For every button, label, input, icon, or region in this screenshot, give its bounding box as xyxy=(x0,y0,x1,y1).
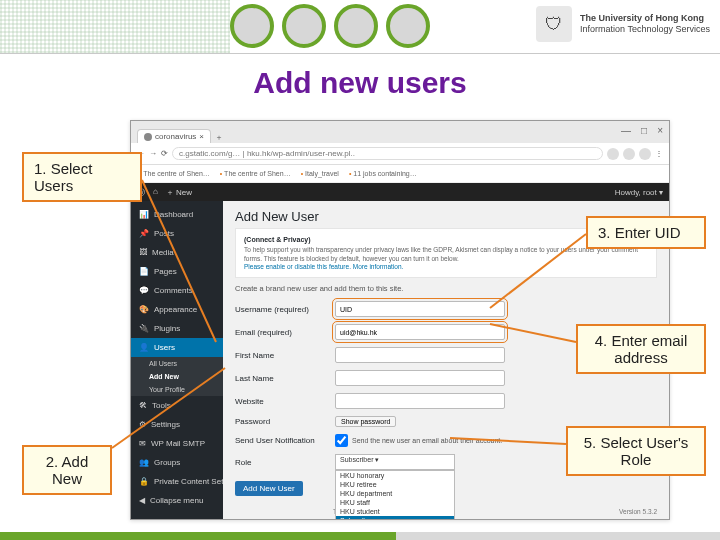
add-new-user-button[interactable]: Add New User xyxy=(235,481,303,496)
wp-version: Version 5.3.2 xyxy=(619,508,657,515)
bookmark-item[interactable]: The centre of Shen… xyxy=(220,170,291,177)
notify-text: Send the new user an email about their a… xyxy=(352,437,502,444)
sidebar-item-appearance[interactable]: 🎨Appearance xyxy=(131,300,223,319)
lock-icon: 🔒 xyxy=(139,477,149,486)
pin-icon: 📌 xyxy=(139,229,149,238)
wp-sidebar: 📊Dashboard 📌Posts 🖼Media 📄Pages 💬Comment… xyxy=(131,201,223,519)
notify-label: Send User Notification xyxy=(235,436,335,445)
website-input[interactable] xyxy=(335,393,505,409)
site-home-link[interactable]: ⌂ xyxy=(153,187,158,198)
role-select-wrap: Subscriber ▾ HKU honorary HKU retiree HK… xyxy=(335,454,455,470)
callout-enter-email: 4. Enter email address xyxy=(576,324,706,374)
sidebar-item-pages[interactable]: 📄Pages xyxy=(131,262,223,281)
callout-select-role: 5. Select User's Role xyxy=(566,426,706,476)
brand-block: 🛡 The University of Hong Kong Informatio… xyxy=(536,6,710,42)
sidebar-item-comments[interactable]: 💬Comments xyxy=(131,281,223,300)
brand-line2: Information Technology Services xyxy=(580,24,710,35)
role-option[interactable]: HKU honorary xyxy=(336,471,454,480)
username-input[interactable] xyxy=(335,301,505,317)
wp-admin-bar: ⓦ ⌂ ＋ New Howdy, root ▾ xyxy=(131,183,669,201)
banner-photo-dots xyxy=(230,4,430,48)
new-tab-button[interactable]: ＋ xyxy=(215,132,223,143)
reload-icon[interactable]: ⟳ xyxy=(161,149,168,158)
callout-select-users: 1. Select Users xyxy=(22,152,142,202)
groups-icon: 👥 xyxy=(139,458,149,467)
page-icon: 📄 xyxy=(139,267,149,276)
lastname-label: Last Name xyxy=(235,374,335,383)
plugin-icon: 🔌 xyxy=(139,324,149,333)
password-label: Password xyxy=(235,417,335,426)
minimize-button[interactable]: — xyxy=(621,125,631,136)
lastname-input[interactable] xyxy=(335,370,505,386)
close-button[interactable]: × xyxy=(657,125,663,136)
sidebar-item-settings[interactable]: ⚙Settings xyxy=(131,415,223,434)
ext-icon[interactable] xyxy=(623,148,635,160)
profile-avatar-icon[interactable] xyxy=(639,148,651,160)
bookmark-item[interactable]: 11 jobs containing… xyxy=(349,170,417,177)
firstname-input[interactable] xyxy=(335,347,505,363)
privacy-link[interactable]: Please enable or disable this feature. M… xyxy=(244,263,648,271)
role-option[interactable]: HKU department xyxy=(336,489,454,498)
sub-all-users[interactable]: All Users xyxy=(131,357,223,370)
bookmarks-bar: The centre of Shen… The centre of Shen… … xyxy=(131,165,669,183)
new-content-link[interactable]: ＋ New xyxy=(166,187,192,198)
user-icon: 👤 xyxy=(139,343,149,352)
sidebar-item-users[interactable]: 👤Users xyxy=(131,338,223,357)
dashboard-icon: 📊 xyxy=(139,210,149,219)
role-option[interactable]: HKU retiree xyxy=(336,480,454,489)
sidebar-collapse[interactable]: ◀Collapse menu xyxy=(131,491,223,510)
media-icon: 🖼 xyxy=(139,248,147,257)
page-desc: Create a brand new user and add them to … xyxy=(235,284,657,293)
maximize-button[interactable]: □ xyxy=(641,125,647,136)
collapse-icon: ◀ xyxy=(139,496,145,505)
window-controls: — □ × xyxy=(621,125,663,136)
website-label: Website xyxy=(235,397,335,406)
callout-add-new: 2. Add New xyxy=(22,445,112,495)
url-field[interactable]: c.gstatic.com/g… | hku.hk/wp-admin/user-… xyxy=(172,147,603,160)
role-select[interactable]: Subscriber ▾ xyxy=(335,454,455,470)
notify-checkbox[interactable] xyxy=(335,434,348,447)
role-dropdown-list: HKU honorary HKU retiree HKU department … xyxy=(335,470,455,519)
sub-add-new[interactable]: Add New xyxy=(131,370,223,383)
sidebar-item-wpmailsmtp[interactable]: ✉WP Mail SMTP xyxy=(131,434,223,453)
nav-fwd-icon[interactable]: → xyxy=(149,149,157,158)
menu-dots-icon[interactable]: ⋮ xyxy=(655,149,663,158)
gear-icon: ⚙ xyxy=(139,420,146,429)
sidebar-users-submenu: All Users Add New Your Profile xyxy=(131,357,223,396)
sidebar-item-private-content[interactable]: 🔒Private Content Settings xyxy=(131,472,223,491)
ext-icon[interactable] xyxy=(607,148,619,160)
tab-title: coronavirus xyxy=(155,132,196,141)
firstname-label: First Name xyxy=(235,351,335,360)
sidebar-item-posts[interactable]: 📌Posts xyxy=(131,224,223,243)
appearance-icon: 🎨 xyxy=(139,305,149,314)
sub-your-profile[interactable]: Your Profile xyxy=(131,383,223,396)
address-bar-row: ← → ⟳ c.gstatic.com/g… | hku.hk/wp-admin… xyxy=(131,143,669,165)
chrome-tabstrip: coronavirus × ＋ — □ × xyxy=(131,121,669,143)
bookmark-item[interactable]: Italy_travel xyxy=(301,170,339,177)
slide-banner: 🛡 The University of Hong Kong Informatio… xyxy=(0,0,720,54)
email-input[interactable] xyxy=(335,324,505,340)
sidebar-item-tools[interactable]: 🛠Tools xyxy=(131,396,223,415)
browser-tab[interactable]: coronavirus × xyxy=(137,129,211,143)
slide-title: Add new users xyxy=(0,54,720,108)
sidebar-item-plugins[interactable]: 🔌Plugins xyxy=(131,319,223,338)
hku-crest-icon: 🛡 xyxy=(536,6,572,42)
show-password-button[interactable]: Show password xyxy=(335,416,396,427)
mail-icon: ✉ xyxy=(139,439,146,448)
tools-icon: 🛠 xyxy=(139,401,147,410)
bookmark-item[interactable]: The centre of Shen… xyxy=(139,170,210,177)
sidebar-item-groups[interactable]: 👥Groups xyxy=(131,453,223,472)
role-option[interactable]: HKU student xyxy=(336,507,454,516)
sidebar-item-media[interactable]: 🖼Media xyxy=(131,243,223,262)
sidebar-item-dashboard[interactable]: 📊Dashboard xyxy=(131,205,223,224)
role-option[interactable]: Subscriber xyxy=(336,516,454,519)
comment-icon: 💬 xyxy=(139,286,149,295)
tab-close-icon[interactable]: × xyxy=(199,132,204,141)
howdy-user[interactable]: Howdy, root ▾ xyxy=(615,188,663,197)
tab-favicon-icon xyxy=(144,133,152,141)
brand-line1: The University of Hong Kong xyxy=(580,13,710,24)
role-label: Role xyxy=(235,458,335,467)
slide-bottom-bar xyxy=(0,532,720,540)
email-label: Email (required) xyxy=(235,328,335,337)
role-option[interactable]: HKU staff xyxy=(336,498,454,507)
